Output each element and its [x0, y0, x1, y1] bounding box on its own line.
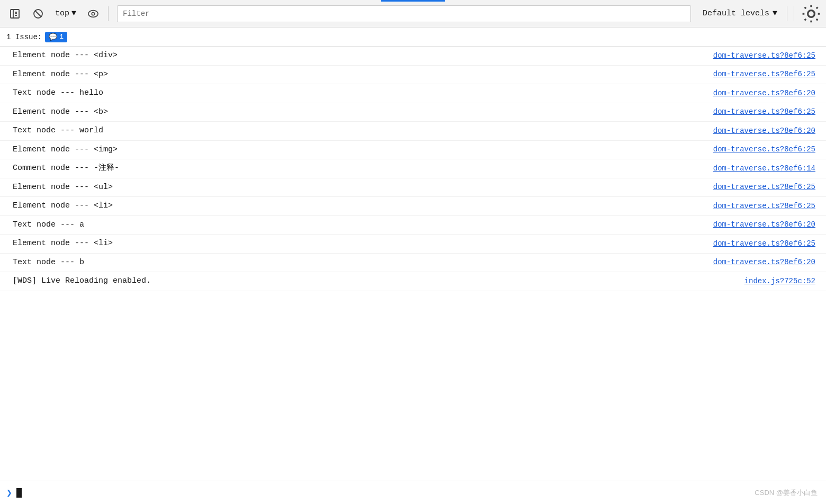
console-message: Element node --- <li> [13, 200, 113, 212]
table-row: Element node --- <ul>dom-traverse.ts?8ef… [0, 178, 826, 197]
toolbar-separator-2 [787, 6, 787, 21]
console-source-link[interactable]: dom-traverse.ts?8ef6:25 [713, 238, 815, 249]
settings-button[interactable] [801, 4, 822, 23]
console-message: Element node --- <b> [13, 106, 108, 119]
console-source-link[interactable]: dom-traverse.ts?8ef6:25 [713, 144, 815, 155]
console-cursor [16, 488, 22, 498]
filter-input[interactable] [117, 5, 691, 22]
svg-point-8 [92, 12, 94, 15]
table-row: Element node --- <li>dom-traverse.ts?8ef… [0, 235, 826, 254]
issues-badge-icon: 💬 [49, 33, 57, 41]
toolbar-separator-3 [794, 6, 794, 21]
issues-bar: 1 Issue: 💬 1 [0, 28, 826, 47]
toolbar-separator [108, 6, 109, 21]
table-row: Element node --- <b>dom-traverse.ts?8ef6… [0, 103, 826, 122]
chevron-down-icon-levels: ▼ [773, 9, 777, 18]
svg-line-6 [35, 11, 41, 17]
table-row: [WDS] Live Reloading enabled.index.js?72… [0, 272, 826, 291]
console-message: Text node --- hello [13, 87, 103, 100]
log-levels-label: Default levels [703, 9, 769, 18]
console-source-link[interactable]: dom-traverse.ts?8ef6:25 [713, 69, 815, 80]
console-source-link[interactable]: dom-traverse.ts?8ef6:25 [713, 182, 815, 193]
console-source-link[interactable]: dom-traverse.ts?8ef6:14 [713, 163, 815, 174]
log-levels-button[interactable]: Default levels ▼ [697, 7, 783, 20]
console-source-link[interactable]: dom-traverse.ts?8ef6:20 [713, 257, 815, 268]
issues-badge-count: 1 [59, 33, 64, 41]
context-selector-button[interactable]: top ▼ [51, 7, 80, 20]
chevron-down-icon: ▼ [71, 9, 76, 18]
table-row: Element node --- <div>dom-traverse.ts?8e… [0, 47, 826, 66]
console-source-link[interactable]: dom-traverse.ts?8ef6:25 [713, 201, 815, 212]
console-input-row: ❯ [0, 481, 826, 504]
svg-point-9 [808, 10, 815, 17]
issues-badge[interactable]: 💬 1 [45, 32, 67, 42]
chevron-right-icon[interactable]: ❯ [6, 487, 12, 499]
table-row: Comment node --- -注释-dom-traverse.ts?8ef… [0, 159, 826, 178]
console-output: Element node --- <div>dom-traverse.ts?8e… [0, 47, 826, 291]
watch-expressions-button[interactable] [83, 4, 104, 23]
sidebar-toggle-button[interactable] [4, 4, 25, 23]
svg-point-7 [88, 10, 98, 17]
no-issues-button[interactable] [28, 4, 49, 23]
table-row: Element node --- <img>dom-traverse.ts?8e… [0, 141, 826, 160]
watermark: CSDN @姜香小白鱼 [755, 488, 818, 498]
console-message: Comment node --- -注释- [13, 163, 119, 175]
console-message: Text node --- b [13, 257, 84, 269]
devtools-toolbar: top ▼ Default levels ▼ [0, 0, 826, 28]
console-message: Text node --- a [13, 219, 84, 231]
table-row: Text node --- adom-traverse.ts?8ef6:20 [0, 216, 826, 235]
console-message: [WDS] Live Reloading enabled. [13, 275, 151, 287]
filter-input-wrapper [117, 5, 691, 22]
table-row: Element node --- <p>dom-traverse.ts?8ef6… [0, 66, 826, 85]
console-message: Element node --- <div> [13, 50, 118, 62]
table-row: Text node --- bdom-traverse.ts?8ef6:20 [0, 254, 826, 273]
console-source-link[interactable]: dom-traverse.ts?8ef6:25 [713, 50, 815, 61]
table-row: Element node --- <li>dom-traverse.ts?8ef… [0, 197, 826, 216]
console-source-link[interactable]: index.js?725c:52 [744, 276, 815, 287]
console-source-link[interactable]: dom-traverse.ts?8ef6:25 [713, 106, 815, 118]
console-message: Element node --- <li> [13, 238, 113, 250]
table-row: Text node --- worlddom-traverse.ts?8ef6:… [0, 122, 826, 141]
context-label: top [55, 9, 69, 18]
console-message: Element node --- <ul> [13, 182, 113, 194]
table-row: Text node --- hellodom-traverse.ts?8ef6:… [0, 84, 826, 103]
console-message: Element node --- <p> [13, 69, 108, 81]
console-source-link[interactable]: dom-traverse.ts?8ef6:20 [713, 219, 815, 230]
console-source-link[interactable]: dom-traverse.ts?8ef6:20 [713, 88, 815, 99]
console-source-link[interactable]: dom-traverse.ts?8ef6:20 [713, 125, 815, 137]
console-message: Text node --- world [13, 125, 103, 137]
issues-label: 1 Issue: [6, 33, 42, 41]
console-message: Element node --- <img> [13, 144, 118, 156]
